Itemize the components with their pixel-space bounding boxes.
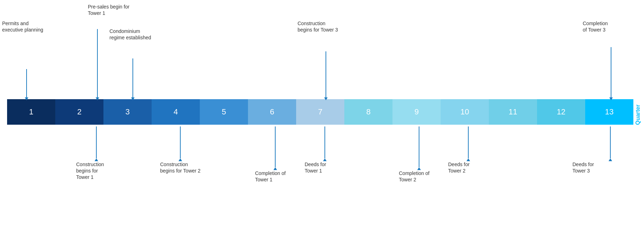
arrow-construction3 bbox=[324, 51, 328, 100]
arrow-completion3 bbox=[609, 47, 613, 100]
arrow-deeds1-up bbox=[323, 126, 327, 161]
quarter-cell-12: 12 bbox=[537, 99, 585, 125]
quarter-cell-8: 8 bbox=[344, 99, 392, 125]
quarter-cell-13: 13 bbox=[585, 99, 633, 125]
label-permits: Permits andexecutive planning bbox=[2, 20, 62, 33]
arrow-deeds2-up bbox=[467, 126, 470, 161]
arrow-deeds3-up bbox=[609, 126, 612, 161]
label-deeds3: Deeds forTower 3 bbox=[572, 161, 626, 174]
label-completion1: Completion ofTower 1 bbox=[255, 170, 310, 183]
chart-container: 12345678910111213 Quarter Permits andexe… bbox=[0, 0, 644, 226]
arrow-construction2-up bbox=[179, 126, 182, 161]
quarter-cell-6: 6 bbox=[248, 99, 296, 125]
timeline-bar: 12345678910111213 bbox=[7, 99, 633, 125]
arrow-permits bbox=[25, 69, 28, 100]
arrow-construction1-up bbox=[95, 126, 98, 161]
label-presales: Pre-sales begin forTower 1 bbox=[88, 4, 148, 16]
label-deeds1: Deeds forTower 1 bbox=[305, 161, 354, 174]
label-construction1: Constructionbegins forTower 1 bbox=[76, 161, 133, 181]
label-completion2: Completion ofTower 2 bbox=[399, 170, 454, 183]
quarter-cell-7: 7 bbox=[296, 99, 344, 125]
quarter-cell-11: 11 bbox=[489, 99, 537, 125]
quarter-cell-9: 9 bbox=[392, 99, 441, 125]
label-condo: Condominiumregime established bbox=[109, 28, 180, 41]
quarter-cell-3: 3 bbox=[103, 99, 152, 125]
quarter-cell-2: 2 bbox=[55, 99, 103, 125]
quarter-cell-1: 1 bbox=[7, 99, 55, 125]
arrow-condo bbox=[131, 58, 135, 100]
quarter-cell-4: 4 bbox=[152, 99, 200, 125]
quarter-cell-5: 5 bbox=[200, 99, 248, 125]
label-completion3: Completionof Tower 3 bbox=[583, 20, 643, 33]
label-construction2: Constructionbegins for Tower 2 bbox=[160, 161, 224, 174]
label-construction3: Constructionbegins for Tower 3 bbox=[298, 20, 368, 33]
quarter-cell-10: 10 bbox=[441, 99, 489, 125]
arrow-completion1-up bbox=[273, 126, 277, 170]
arrow-presales bbox=[96, 29, 99, 100]
arrow-completion2-up bbox=[417, 126, 421, 170]
label-deeds2: Deeds forTower 2 bbox=[448, 161, 498, 174]
quarter-label: Quarter bbox=[635, 104, 641, 125]
